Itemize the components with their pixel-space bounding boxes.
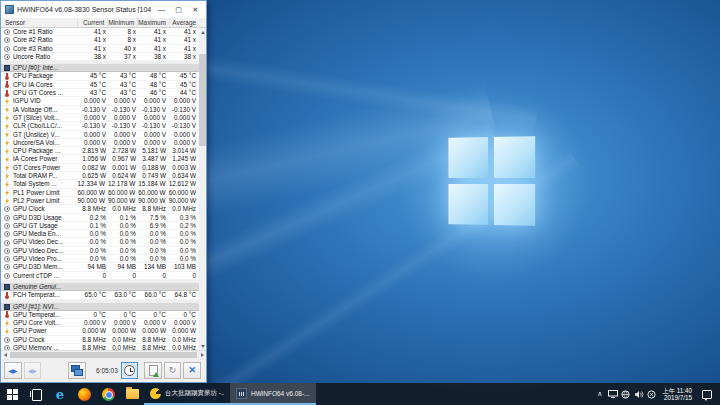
taskbar-clock[interactable]: 上午 11:40 2019/7/15 xyxy=(658,387,697,402)
sensor-row[interactable]: GPU Video Dec...0.0 %0.0 %0.0 %0.0 % xyxy=(1,247,199,255)
group-label: CPU [#0]: Inte... xyxy=(13,64,199,72)
sensor-row[interactable]: GPU D3D Usage0.2 %0.1 %7.5 %0.3 % xyxy=(1,214,199,222)
sensor-value: 0.634 W xyxy=(169,172,199,180)
clock-display-button[interactable] xyxy=(121,362,139,379)
sensor-row[interactable]: GPU D3D Mem...94 MB94 MB134 MB103 MB xyxy=(1,263,199,271)
sensor-label: CLR (Cbo/LLC/... xyxy=(13,122,79,130)
sensor-value: 43 °C xyxy=(109,89,139,97)
sensor-row[interactable]: CPU Package ...2.819 W2.728 W5.181 W3.01… xyxy=(1,147,199,155)
volume-tray-icon[interactable] xyxy=(632,383,645,405)
taskbar-app-hwinfo[interactable]: HWiNFO64 v6.08-... xyxy=(230,383,316,405)
sensor-value: 0.0 % xyxy=(139,238,169,246)
sensor-value: 41 x xyxy=(139,45,169,53)
sensor-label: GPU Video Dec... xyxy=(13,238,79,246)
sensor-value: 0.000 W xyxy=(79,327,109,335)
sensor-row[interactable]: GPU Media En...0.0 %0.0 %0.0 %0.0 % xyxy=(1,230,199,238)
sensor-row[interactable]: Core #1 Ratio41 x8 x41 x41 x xyxy=(1,28,199,36)
sensor-value: 0.625 W xyxy=(79,172,109,180)
vertical-scrollbar[interactable] xyxy=(199,28,206,350)
title-bar[interactable]: HWiNFO64 v6.08-3830 Sensor Status [104 v… xyxy=(1,1,206,18)
sensor-row[interactable]: GPU Memory ...8.8 MHz0.0 MHz8.8 MHz0.0 M… xyxy=(1,344,199,350)
hidden-icons-chevron[interactable]: ∧ xyxy=(593,383,606,405)
sensor-row[interactable]: GPU Power0.000 W0.000 W0.000 W0.000 W xyxy=(1,327,199,335)
nav-arrows-button[interactable]: ◀▶ xyxy=(4,362,22,379)
hscrollbar-thumb[interactable] xyxy=(10,352,197,358)
sensor-row[interactable]: PL1 Power Limit60.000 W60.000 W60.000 W6… xyxy=(1,189,199,197)
sensor-row[interactable]: GPU Video Dec...0.0 %0.0 %0.0 %0.0 % xyxy=(1,238,199,246)
clock-icon xyxy=(4,256,10,262)
sensor-row[interactable]: Uncore Ratio38 x37 x38 x38 x xyxy=(1,53,199,61)
sensor-value: 0.0 % xyxy=(109,255,139,263)
sensor-value: 8.8 MHz xyxy=(79,344,109,350)
sensor-row[interactable]: PL2 Power Limit90.000 W90.000 W90.000 W9… xyxy=(1,197,199,205)
scroll-up-button[interactable] xyxy=(199,28,206,36)
sensor-value: 2.819 W xyxy=(79,147,109,155)
sensor-group-header[interactable]: CPU [#0]: Inte... xyxy=(1,64,199,72)
sensor-row[interactable]: GPU Temperat...0 °C0 °C0 °C0 °C xyxy=(1,311,199,319)
sensor-row[interactable]: IA Cores Power1.056 W0.967 W3.487 W1.245… xyxy=(1,155,199,163)
column-sensor[interactable]: Sensor xyxy=(1,19,77,26)
task-view-button[interactable] xyxy=(24,383,48,405)
sensor-row[interactable]: iGPU VID0.000 V0.000 V0.000 V0.000 V xyxy=(1,97,199,105)
sensor-row[interactable]: GPU Clock8.8 MHz0.0 MHz8.8 MHz0.0 MHz xyxy=(1,205,199,213)
close-button[interactable]: ✕ xyxy=(187,3,204,16)
taskbar-app-ptt[interactable]: 台大批踢踢實業坊 -... xyxy=(144,383,230,405)
scrollbar-thumb[interactable] xyxy=(199,54,206,146)
clock-icon xyxy=(124,365,135,376)
sensor-row[interactable]: Total DRAM P...0.625 W0.624 W0.749 W0.63… xyxy=(1,172,199,180)
minimize-button[interactable]: — xyxy=(153,3,170,16)
horizontal-scrollbar[interactable] xyxy=(1,350,206,358)
sensor-row[interactable]: CPU IA Cores45 °C43 °C48 °C45 °C xyxy=(1,81,199,89)
sensor-row[interactable]: GPU Clock8.8 MHz0.0 MHz8.8 MHz0.0 MHz xyxy=(1,336,199,344)
column-maximum[interactable]: Maximum xyxy=(137,18,169,27)
sensor-row[interactable]: Total System ...12.334 W12.178 W15.184 W… xyxy=(1,180,199,188)
sensor-value: 0.000 V xyxy=(139,131,169,139)
sensor-value: 45 °C xyxy=(169,72,199,80)
sensor-row[interactable]: Core #2 Ratio41 x8 x41 x41 x xyxy=(1,36,199,44)
sensor-row[interactable]: GPU Core Volt...0.000 V0.000 V0.000 V0.0… xyxy=(1,319,199,327)
network-tray-icon[interactable] xyxy=(619,383,632,405)
report-log-button[interactable] xyxy=(144,362,162,379)
column-average[interactable]: Average xyxy=(169,18,199,27)
sensor-row[interactable]: GT Cores Power0.082 W0.001 W0.188 W0.003… xyxy=(1,164,199,172)
sensor-row[interactable]: CPU Package45 °C43 °C48 °C45 °C xyxy=(1,72,199,80)
sensor-value: 41 x xyxy=(169,36,199,44)
display-tray-icon[interactable] xyxy=(606,383,619,405)
taskbar-item-edge[interactable]: e xyxy=(48,383,72,405)
remote-monitoring-button[interactable] xyxy=(68,362,86,379)
close-sensors-button[interactable]: ✕ xyxy=(183,362,201,379)
sensor-value: 90.000 W xyxy=(169,197,199,205)
scroll-down-button[interactable] xyxy=(199,342,206,350)
sensor-row[interactable]: Core #3 Ratio41 x40 x41 x41 x xyxy=(1,45,199,53)
power-icon xyxy=(4,328,10,335)
sensor-value: 0.000 V xyxy=(169,131,199,139)
taskbar-item-chrome[interactable] xyxy=(96,383,120,405)
sensor-row[interactable]: GPU GT Usage0.1 %0.0 %6.9 %0.2 % xyxy=(1,222,199,230)
sensor-row[interactable]: FCH Temperat...65.0 °C63.0 °C66.0 °C64.8… xyxy=(1,291,199,299)
sensor-row[interactable]: Current cTDP ...0000 xyxy=(1,272,199,280)
sensor-row[interactable]: CPU GT Cores ...43 °C43 °C46 °C44 °C xyxy=(1,89,199,97)
taskbar-item-firefox[interactable] xyxy=(72,383,96,405)
reset-values-button[interactable]: ↻ xyxy=(164,362,182,379)
sensor-row[interactable]: GPU Video Pro...0.0 %0.0 %0.0 %0.0 % xyxy=(1,255,199,263)
sync-disabled-tray-icon[interactable] xyxy=(645,383,658,405)
sensor-row[interactable]: GT (Slice) Volt...0.000 V0.000 V0.000 V0… xyxy=(1,114,199,122)
sensor-group-header[interactable]: Genuine Genui... xyxy=(1,283,199,291)
column-minimum[interactable]: Minimum xyxy=(107,18,137,27)
sensor-group-header[interactable]: GPU [#1]: NVI... xyxy=(1,303,199,311)
sensor-row[interactable]: CLR (Cbo/LLC/...-0.130 V-0.130 V-0.130 V… xyxy=(1,122,199,130)
column-current[interactable]: Current xyxy=(77,18,107,27)
start-button[interactable] xyxy=(0,383,24,405)
sensor-value: 0.0 MHz xyxy=(109,336,139,344)
maximize-button[interactable]: ▢ xyxy=(170,3,187,16)
nav-double-arrows-button[interactable]: ◀▶ xyxy=(24,362,42,379)
action-center-button[interactable] xyxy=(697,390,717,399)
sensor-row[interactable]: IA Voltage Off...-0.130 V-0.130 V-0.130 … xyxy=(1,106,199,114)
taskbar-item-file-explorer[interactable] xyxy=(120,383,144,405)
windows-start-icon xyxy=(7,389,18,400)
sensor-value: 0.967 W xyxy=(109,155,139,163)
sensor-row[interactable]: GT (Unslice) V...0.000 V0.000 V0.000 V0.… xyxy=(1,131,199,139)
table-header[interactable]: Sensor Current Minimum Maximum Average xyxy=(1,18,206,28)
sensor-row[interactable]: Uncore/SA Vol...0.000 V0.000 V0.000 V0.0… xyxy=(1,139,199,147)
sensor-value: 66.0 °C xyxy=(139,291,169,299)
